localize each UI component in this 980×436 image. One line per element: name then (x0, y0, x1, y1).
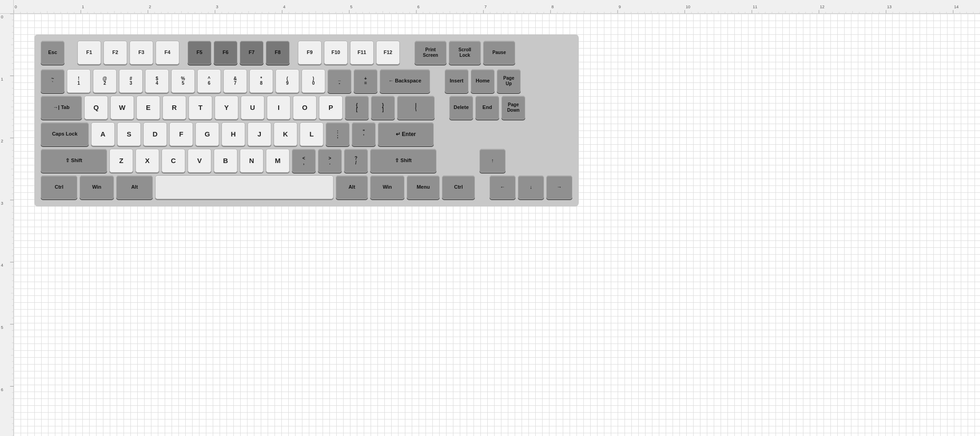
key-n[interactable]: N (240, 149, 264, 173)
key-equals[interactable]: += (354, 69, 377, 93)
key-insert[interactable]: Insert (445, 69, 468, 93)
key-label: F10 (332, 49, 340, 55)
key-a[interactable]: A (91, 122, 115, 146)
key-6[interactable]: ^6 (197, 69, 221, 93)
key-arrow-up[interactable]: ↑ (479, 149, 506, 173)
key-f1[interactable]: F1 (77, 41, 101, 65)
key-arrow-down[interactable]: ↓ (518, 175, 544, 199)
key-d[interactable]: D (143, 122, 167, 146)
key-0[interactable]: )0 (302, 69, 325, 93)
svg-text:11: 11 (753, 5, 757, 9)
key-tilde[interactable]: ~` (41, 69, 65, 93)
key-shift-right[interactable]: ⇧ Shift (370, 149, 436, 173)
key-tab[interactable]: →| Tab (41, 96, 82, 120)
key-arrow-right[interactable]: → (546, 175, 572, 199)
key-esc[interactable]: Esc (41, 41, 65, 65)
key-pipe[interactable]: |\ (397, 96, 435, 120)
key-r[interactable]: R (162, 96, 186, 120)
key-y[interactable]: Y (215, 96, 238, 120)
key-o[interactable]: O (293, 96, 317, 120)
key-shift-left[interactable]: ⇧ Shift (41, 149, 107, 173)
svg-text:0: 0 (15, 5, 17, 9)
key-7[interactable]: &7 (223, 69, 247, 93)
key-k[interactable]: K (274, 122, 297, 146)
key-b[interactable]: B (214, 149, 237, 173)
key-lbracket[interactable]: {[ (345, 96, 369, 120)
key-9[interactable]: (9 (275, 69, 299, 93)
key-j[interactable]: J (248, 122, 271, 146)
key-m[interactable]: M (266, 149, 290, 173)
key-w[interactable]: W (110, 96, 134, 120)
bottom-row: Ctrl Win Alt Alt Win Menu Ctrl ← ↓ → (41, 175, 572, 199)
keyboard: Esc F1 F2 F3 F4 F5 F6 F7 F8 F9 F10 F11 F… (34, 34, 579, 207)
key-8[interactable]: *8 (249, 69, 273, 93)
key-f12[interactable]: F12 (376, 41, 400, 65)
key-l[interactable]: L (300, 122, 323, 146)
key-slash[interactable]: ?/ (344, 149, 368, 173)
key-f10[interactable]: F10 (324, 41, 348, 65)
key-home[interactable]: Home (471, 69, 495, 93)
key-t[interactable]: T (188, 96, 212, 120)
key-x[interactable]: X (135, 149, 159, 173)
key-ctrl-right[interactable]: Ctrl (442, 175, 475, 199)
key-win-right[interactable]: Win (370, 175, 404, 199)
svg-text:2: 2 (1, 139, 3, 143)
key-3[interactable]: #3 (119, 69, 143, 93)
key-pause[interactable]: Pause (483, 41, 515, 65)
key-5[interactable]: %5 (171, 69, 195, 93)
key-f6[interactable]: F6 (214, 41, 237, 65)
key-4[interactable]: $4 (145, 69, 169, 93)
key-scrolllock[interactable]: ScrollLock (449, 41, 481, 65)
key-label: F9 (307, 49, 313, 55)
svg-text:9: 9 (619, 5, 621, 9)
key-space[interactable] (155, 175, 334, 199)
key-i[interactable]: I (267, 96, 291, 120)
key-u[interactable]: U (241, 96, 264, 120)
key-label: PageUp (503, 76, 514, 87)
key-f5[interactable]: F5 (188, 41, 211, 65)
key-1[interactable]: !1 (67, 69, 91, 93)
key-g[interactable]: G (195, 122, 219, 146)
key-menu[interactable]: Menu (407, 175, 440, 199)
key-rbracket[interactable]: }] (371, 96, 395, 120)
key-f4[interactable]: F4 (156, 41, 179, 65)
key-end[interactable]: End (475, 96, 499, 120)
key-f2[interactable]: F2 (103, 41, 127, 65)
key-pagedown[interactable]: PageDown (501, 96, 525, 120)
key-v[interactable]: V (188, 149, 211, 173)
key-printscreen[interactable]: PrintScreen (415, 41, 447, 65)
key-2[interactable]: @2 (93, 69, 117, 93)
key-alt-left[interactable]: Alt (116, 175, 153, 199)
key-f9[interactable]: F9 (298, 41, 322, 65)
key-f[interactable]: F (169, 122, 193, 146)
key-comma[interactable]: <, (292, 149, 316, 173)
key-semicolon[interactable]: :; (326, 122, 350, 146)
svg-text:3: 3 (216, 5, 218, 9)
key-f7[interactable]: F7 (240, 41, 264, 65)
key-f11[interactable]: F11 (350, 41, 374, 65)
key-f8[interactable]: F8 (266, 41, 290, 65)
key-ctrl-left[interactable]: Ctrl (41, 175, 77, 199)
key-minus[interactable]: _- (328, 69, 351, 93)
key-h[interactable]: H (221, 122, 245, 146)
key-alt-right[interactable]: Alt (336, 175, 368, 199)
key-pageup[interactable]: PageUp (497, 69, 521, 93)
key-e[interactable]: E (136, 96, 160, 120)
key-p[interactable]: P (319, 96, 343, 120)
key-z[interactable]: Z (109, 149, 133, 173)
key-backspace[interactable]: ← Backspace (380, 69, 430, 93)
key-enter[interactable]: ↵ Enter (378, 122, 434, 146)
key-arrow-left[interactable]: ← (490, 175, 516, 199)
key-win-left[interactable]: Win (80, 175, 114, 199)
key-quote[interactable]: "' (352, 122, 376, 146)
key-s[interactable]: S (117, 122, 141, 146)
key-c[interactable]: C (162, 149, 185, 173)
key-f3[interactable]: F3 (129, 41, 153, 65)
key-label: ScrollLock (458, 47, 471, 58)
key-capslock[interactable]: Caps Lock (41, 122, 89, 146)
key-label: Pause (492, 50, 506, 55)
key-q[interactable]: Q (84, 96, 108, 120)
key-delete[interactable]: Delete (449, 96, 473, 120)
key-period[interactable]: >. (318, 149, 342, 173)
svg-text:6: 6 (417, 5, 420, 9)
